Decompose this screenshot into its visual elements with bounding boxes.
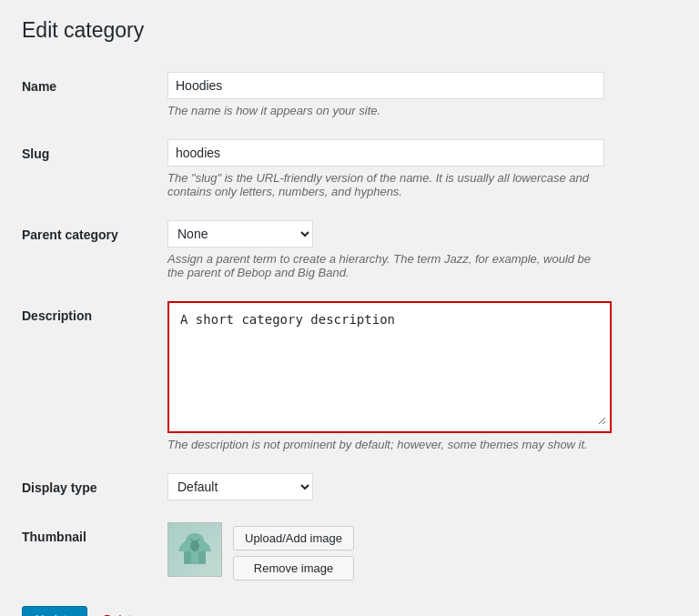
parent-label: Parent category (22, 209, 167, 290)
name-row: Name The name is how it appears on your … (22, 61, 677, 128)
thumbnail-label: Thumbnail (22, 511, 167, 591)
page-title: Edit category (22, 18, 677, 43)
parent-category-row: Parent category None Clothing Accessorie… (22, 209, 677, 290)
slug-input[interactable] (167, 139, 604, 167)
update-button[interactable]: Update (22, 606, 87, 616)
svg-point-1 (190, 540, 199, 551)
description-row: Description A short category description… (22, 290, 677, 462)
parent-hint: Assign a parent term to create a hierarc… (167, 252, 604, 279)
display-field-cell: Default Products Subcategories Both (167, 462, 677, 511)
delete-button[interactable]: Delete (96, 607, 146, 616)
display-select[interactable]: Default Products Subcategories Both (167, 473, 313, 500)
name-input[interactable] (167, 72, 604, 99)
description-wrapper: A short category description (167, 301, 612, 433)
thumbnail-field-cell: Upload/Add image Remove image (167, 511, 677, 591)
thumbnail-image (167, 522, 222, 577)
description-textarea[interactable]: A short category description (173, 307, 606, 425)
hoodie-thumbnail-icon (175, 530, 215, 570)
remove-image-button[interactable]: Remove image (233, 556, 354, 581)
parent-field-cell: None Clothing Accessories Assign a paren… (167, 209, 677, 290)
name-label: Name (22, 61, 167, 128)
description-field-cell: A short category description The descrip… (167, 290, 677, 462)
display-label: Display type (22, 462, 167, 511)
display-type-row: Display type Default Products Subcategor… (22, 462, 677, 511)
name-hint: The name is how it appears on your site. (167, 104, 604, 117)
slug-field-cell: The "slug" is the URL-friendly version o… (167, 128, 677, 209)
edit-category-form: Name The name is how it appears on your … (22, 61, 677, 591)
action-row: Update Delete (22, 606, 677, 616)
thumbnail-row: Thumbnail Upload/Add im (22, 511, 677, 591)
thumbnail-section: Upload/Add image Remove image (167, 522, 677, 581)
name-field-cell: The name is how it appears on your site. (167, 61, 677, 128)
parent-select[interactable]: None Clothing Accessories (167, 220, 313, 247)
slug-row: Slug The "slug" is the URL-friendly vers… (22, 128, 677, 209)
svg-rect-3 (198, 551, 206, 564)
upload-image-button[interactable]: Upload/Add image (233, 526, 354, 550)
slug-label: Slug (22, 128, 167, 209)
description-label: Description (22, 290, 167, 462)
svg-rect-2 (184, 551, 191, 564)
description-hint: The description is not prominent by defa… (167, 438, 604, 451)
thumbnail-buttons: Upload/Add image Remove image (233, 522, 354, 581)
slug-hint: The "slug" is the URL-friendly version o… (167, 171, 604, 198)
